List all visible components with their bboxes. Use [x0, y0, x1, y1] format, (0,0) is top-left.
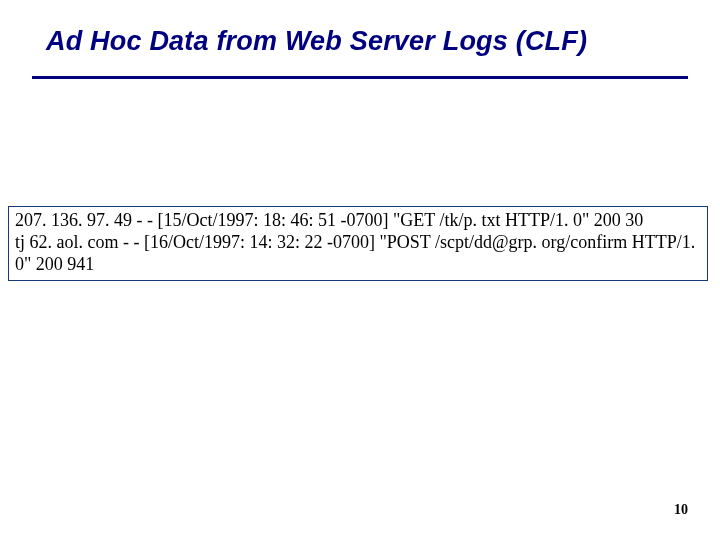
page-title: Ad Hoc Data from Web Server Logs (CLF)	[46, 26, 698, 57]
page-number: 10	[674, 502, 688, 518]
log-line-2: tj 62. aol. com - - [16/Oct/1997: 14: 32…	[15, 232, 701, 276]
log-box: 207. 136. 97. 49 - - [15/Oct/1997: 18: 4…	[8, 206, 708, 281]
title-underline	[32, 76, 688, 79]
log-line-1: 207. 136. 97. 49 - - [15/Oct/1997: 18: 4…	[15, 210, 701, 232]
slide: Ad Hoc Data from Web Server Logs (CLF) 2…	[0, 0, 720, 540]
